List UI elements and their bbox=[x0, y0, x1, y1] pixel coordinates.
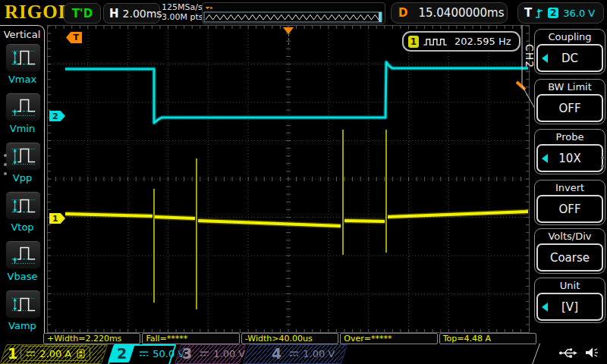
rigol-logo: RIGOL bbox=[5, 2, 71, 23]
delay-value: 15.0400000ms bbox=[418, 6, 504, 20]
vamp-icon bbox=[9, 293, 38, 315]
channel1-status[interactable]: 1 2.00 A bbox=[2, 344, 106, 362]
dc-coupling-icon bbox=[139, 350, 149, 357]
memory-waveform-icon bbox=[203, 3, 383, 24]
measure-nwidth: -Width>40.00us bbox=[241, 333, 338, 344]
menu-page-dot bbox=[601, 156, 604, 159]
timebase-value: 2.00ms bbox=[123, 8, 162, 20]
vbase-icon bbox=[9, 243, 38, 266]
left-arrow-icon bbox=[542, 303, 548, 312]
center-marker-dashline bbox=[288, 34, 289, 45]
dc-coupling-icon bbox=[289, 350, 299, 357]
menu-title: Vertical bbox=[0, 29, 44, 40]
menu-item-probe[interactable]: Probe 10X bbox=[534, 129, 605, 174]
vpp-button[interactable]: Vpp bbox=[5, 142, 39, 184]
trigger-source-badge: 2 bbox=[548, 8, 558, 18]
left-arrow-icon bbox=[542, 54, 548, 63]
trigger-status-label: T'D bbox=[72, 7, 93, 20]
statusbar-divider bbox=[532, 344, 540, 364]
trigger-level-value: 36.0 V bbox=[563, 8, 595, 19]
top-status-bar: RIGOL T'D H 2.00ms 125MSa/s 3.00M pts D … bbox=[0, 0, 607, 25]
dc-coupling-icon bbox=[200, 350, 209, 357]
channel-status-bar: 1 2.00 A 2 bbox=[0, 344, 607, 364]
bias-icon bbox=[77, 349, 85, 359]
frequency-value: 202.595 Hz bbox=[454, 36, 511, 47]
page-indicator-dot bbox=[4, 163, 7, 166]
vmin-label: Vmin bbox=[5, 123, 39, 134]
vmax-button[interactable]: Vmax bbox=[5, 43, 39, 85]
menu-item-invert[interactable]: Invert OFF bbox=[534, 180, 605, 225]
horizontal-center-marker[interactable] bbox=[283, 27, 294, 34]
usb-icon bbox=[558, 347, 578, 359]
menu-item-bw-limit[interactable]: BW Limit OFF bbox=[534, 79, 605, 124]
measure-fall: Fall=***** bbox=[142, 333, 239, 344]
channel4-status[interactable]: 4 1.00 V bbox=[244, 344, 346, 362]
h-label: H bbox=[109, 7, 119, 20]
measure-top: Top=4.48 A bbox=[439, 333, 536, 344]
scope-traces bbox=[48, 26, 529, 332]
memory-depth: 3.00M pts bbox=[162, 12, 203, 22]
t-label: T bbox=[524, 6, 532, 20]
vmin-button[interactable]: Vmin bbox=[5, 93, 39, 134]
d-label: D bbox=[398, 6, 407, 20]
frequency-counter: 1 202.595 Hz bbox=[402, 31, 521, 52]
vmin-icon bbox=[9, 96, 38, 118]
vtop-button[interactable]: Vtop bbox=[5, 191, 39, 233]
horizontal-timebase-box[interactable]: H 2.00ms bbox=[103, 3, 160, 24]
beeper-icon bbox=[584, 347, 599, 359]
menu-item-unit[interactable]: Unit [V] bbox=[534, 278, 605, 323]
sample-rate: 125MSa/s bbox=[162, 2, 203, 12]
channel2-status[interactable]: 2 50.0 V bbox=[111, 344, 175, 362]
channel3-status[interactable]: 3 1.00 V bbox=[176, 344, 243, 362]
waveform-display: T 2 1 bbox=[47, 25, 530, 333]
measure-over: Over=***** bbox=[340, 333, 437, 344]
page-indicator-dot bbox=[4, 172, 7, 175]
measure-pwidth: +Width=2.220ms bbox=[43, 333, 140, 344]
vamp-label: Vamp bbox=[5, 320, 39, 331]
counter-source-badge: 1 bbox=[408, 36, 419, 48]
oscilloscope-screen: RIGOL T'D H 2.00ms 125MSa/s 3.00M pts D … bbox=[0, 0, 607, 364]
vmax-label: Vmax bbox=[5, 74, 39, 85]
waveform-memory-preview[interactable] bbox=[202, 2, 385, 24]
vbase-button[interactable]: Vbase bbox=[5, 240, 39, 282]
vpp-label: Vpp bbox=[5, 172, 39, 184]
vtop-label: Vtop bbox=[5, 221, 39, 233]
left-arrow-icon bbox=[542, 154, 548, 163]
dc-coupling-icon bbox=[26, 350, 36, 357]
vpp-icon bbox=[9, 145, 38, 168]
menu-item-volts-div[interactable]: Volts/Div Coarse bbox=[534, 228, 605, 274]
trigger-status-badge: T'D bbox=[64, 3, 101, 24]
rising-edge-icon bbox=[535, 8, 543, 19]
square-wave-icon bbox=[423, 36, 450, 46]
vbase-label: Vbase bbox=[5, 271, 39, 282]
acquisition-info: 125MSa/s 3.00M pts bbox=[162, 2, 203, 22]
trigger-box[interactable]: T 2 36.0 V bbox=[517, 2, 604, 24]
menu-page-dot bbox=[601, 165, 604, 168]
page-indicator-dot bbox=[4, 154, 7, 157]
vmax-icon bbox=[9, 46, 38, 69]
delay-box[interactable]: D 15.0400000ms bbox=[391, 2, 508, 24]
measurement-results-bar: +Width=2.220ms Fall=***** -Width>40.00us… bbox=[43, 333, 536, 344]
vamp-button[interactable]: Vamp bbox=[5, 290, 39, 331]
vtop-icon bbox=[9, 194, 38, 217]
menu-item-coupling[interactable]: Coupling DC bbox=[534, 29, 605, 74]
